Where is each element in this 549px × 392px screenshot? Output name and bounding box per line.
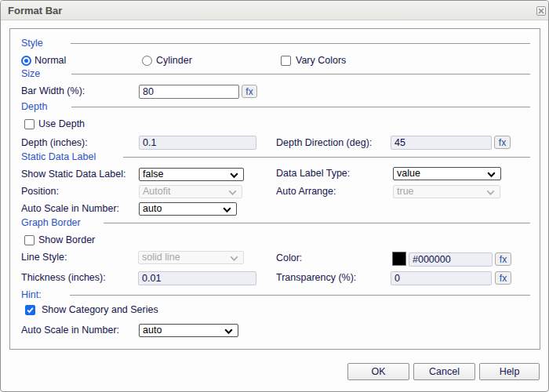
- depth-direction-fx-button[interactable]: fx: [494, 136, 511, 149]
- auto-scale-in-number-label: Auto Scale in Number:: [21, 202, 119, 216]
- position-select: Autofit: [139, 185, 242, 198]
- section-header-depth: Depth: [21, 102, 47, 112]
- cylinder-radio[interactable]: [142, 56, 152, 66]
- transparency-input: [391, 271, 492, 285]
- show-category-and-series-label: Show Category and Series: [42, 303, 158, 317]
- vary-colors-checkbox[interactable]: [281, 56, 291, 66]
- titlebar: Format Bar: [1, 1, 548, 20]
- color-swatch[interactable]: [392, 252, 406, 266]
- bar-width-label: Bar Width (%):: [21, 85, 85, 98]
- line-style-select: solid line: [138, 251, 244, 264]
- line-style-label: Line Style:: [21, 251, 67, 264]
- section-header-static-data-label: Static Data Label: [21, 152, 96, 162]
- section-header-hint: Hint:: [21, 290, 42, 300]
- data-label-type-value: value: [397, 168, 420, 180]
- chevron-down-icon: [486, 190, 495, 196]
- position-value: Autofit: [143, 186, 170, 198]
- ok-button[interactable]: OK: [347, 363, 409, 380]
- cancel-button[interactable]: Cancel: [413, 363, 475, 380]
- cylinder-radio-label: Cylinder: [156, 54, 192, 67]
- show-static-data-label-label: Show Static Data Label:: [21, 168, 125, 181]
- color-fx-button[interactable]: fx: [495, 252, 511, 266]
- chevron-down-icon: [230, 172, 238, 179]
- check-icon: [26, 306, 35, 314]
- auto-scale-in-number-select[interactable]: auto: [139, 202, 237, 216]
- section-line-hint: [70, 295, 530, 296]
- show-category-and-series-checkbox[interactable]: [25, 305, 35, 315]
- depth-inches-input: [139, 136, 256, 150]
- format-bar-dialog: Format Bar Style Normal Cylinder Vary Co…: [0, 0, 549, 392]
- transparency-fx-button[interactable]: fx: [495, 271, 511, 285]
- use-depth-checkbox[interactable]: [24, 119, 35, 129]
- bar-width-fx-button[interactable]: fx: [242, 85, 257, 98]
- color-label: Color:: [276, 252, 302, 265]
- data-label-type-label: Data Label Type:: [276, 167, 350, 180]
- thickness-input: [138, 271, 256, 285]
- auto-scale-in-number-bottom-value: auto: [143, 325, 162, 336]
- chevron-down-icon: [228, 190, 237, 196]
- auto-arrange-select: true: [393, 185, 500, 198]
- show-static-data-label-select[interactable]: false: [139, 168, 244, 181]
- close-button[interactable]: [536, 6, 546, 16]
- section-line-style: [71, 43, 530, 44]
- section-line-graph-border: [104, 223, 530, 223]
- section-header-style: Style: [21, 38, 43, 49]
- dialog-title: Format Bar: [8, 5, 62, 16]
- close-icon: [538, 8, 544, 14]
- position-label: Position:: [21, 185, 59, 198]
- auto-scale-in-number-bottom-label: Auto Scale in Number:: [21, 324, 119, 337]
- section-line-static-data-label: [123, 157, 530, 158]
- auto-scale-in-number-value: auto: [143, 203, 162, 215]
- depth-direction-label: Depth Direction (deg):: [276, 136, 372, 150]
- data-label-type-select[interactable]: value: [393, 167, 501, 180]
- section-line-size: [71, 74, 530, 74]
- auto-arrange-label: Auto Arrange:: [276, 185, 336, 198]
- use-depth-label: Use Depth: [38, 118, 85, 131]
- depth-direction-input: [391, 136, 492, 150]
- vary-colors-label: Vary Colors: [296, 54, 346, 67]
- color-input: [409, 252, 493, 267]
- auto-arrange-value: true: [397, 186, 414, 198]
- thickness-label: Thickness (inches):: [21, 271, 106, 285]
- bar-width-input[interactable]: [139, 85, 239, 99]
- section-header-graph-border: Graph Border: [21, 218, 81, 228]
- show-static-data-label-value: false: [143, 169, 163, 180]
- normal-radio-label: Normal: [35, 54, 66, 67]
- chevron-down-icon: [224, 328, 233, 335]
- auto-scale-in-number-bottom-select[interactable]: auto: [139, 324, 238, 337]
- show-border-label: Show Border: [38, 234, 95, 247]
- line-style-value: solid line: [142, 252, 180, 263]
- depth-inches-label: Depth (inches):: [21, 136, 88, 150]
- help-button[interactable]: Help: [479, 363, 540, 380]
- normal-radio[interactable]: [21, 56, 31, 66]
- chevron-down-icon: [487, 172, 496, 178]
- show-border-checkbox[interactable]: [24, 235, 35, 245]
- chevron-down-icon: [230, 256, 238, 262]
- chevron-down-icon: [223, 207, 231, 213]
- transparency-label: Transparency (%):: [276, 271, 356, 285]
- section-header-size: Size: [21, 69, 40, 79]
- section-line-depth: [71, 107, 530, 107]
